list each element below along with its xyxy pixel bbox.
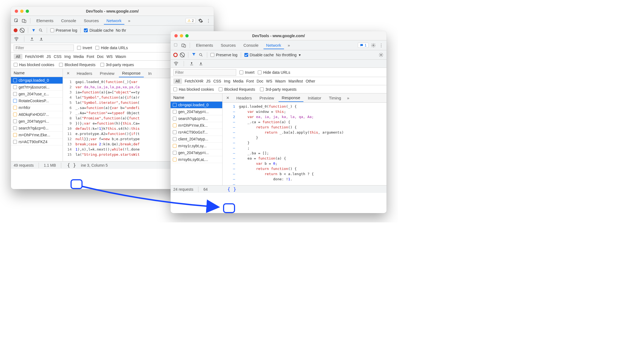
blocked-requests-checkbox[interactable]: Blocked Requests (219, 87, 255, 92)
record-button[interactable] (14, 28, 17, 32)
tab-elements[interactable]: Elements (34, 17, 56, 25)
type-js[interactable]: JS (46, 54, 51, 59)
network-conditions-icon[interactable] (173, 61, 179, 66)
upload-har-icon[interactable] (29, 36, 35, 42)
filter-input[interactable] (173, 69, 236, 76)
type-doc[interactable]: Doc (257, 79, 264, 83)
network-settings-icon[interactable] (378, 52, 384, 58)
tab-preview[interactable]: Preview (256, 94, 277, 102)
tab-response[interactable]: Response (119, 69, 144, 77)
tab-sources[interactable]: Sources (218, 41, 239, 49)
message-badge[interactable]: 1 (358, 43, 368, 48)
third-party-checkbox[interactable]: 3rd-party requests (260, 87, 297, 92)
record-button[interactable] (173, 53, 178, 57)
filter-toggle-icon[interactable]: ▼ (31, 28, 36, 33)
download-har-icon[interactable] (198, 61, 204, 66)
type-font[interactable]: Font (87, 54, 94, 59)
filter-toggle-icon[interactable] (192, 52, 196, 58)
tab-console[interactable]: Console (58, 17, 79, 25)
maximize-window-button[interactable] (26, 10, 29, 13)
type-img[interactable]: Img (64, 54, 71, 59)
tab-preview[interactable]: Preview (96, 70, 118, 77)
code-body[interactable]: gapi.loaded_0(function(_) { var window =… (237, 103, 387, 185)
inspect-icon[interactable] (14, 18, 19, 23)
search-icon[interactable] (38, 28, 43, 33)
type-media[interactable]: Media (74, 54, 84, 59)
type-font[interactable]: Font (246, 79, 254, 83)
type-doc[interactable]: Doc (97, 54, 104, 59)
throttling-select[interactable]: No throttling ▾ (276, 53, 301, 57)
disable-cache-checkbox[interactable]: Disable cache (244, 53, 274, 57)
request-row[interactable]: rs=ACT90oFKZ4 (11, 139, 63, 145)
request-row[interactable]: gen_204?atyp=i... (171, 108, 222, 115)
request-row[interactable]: gen_204?use_c... (11, 91, 63, 98)
request-row[interactable]: cb=gapi.loaded_0 (11, 77, 63, 84)
type-wasm[interactable]: Wasm (275, 79, 286, 83)
type-css[interactable]: CSS (54, 54, 62, 59)
type-fetch[interactable]: Fetch/XHR (25, 54, 44, 59)
kebab-menu-icon[interactable]: ⋮ (206, 18, 211, 23)
device-toggle-icon[interactable] (21, 18, 27, 23)
request-row[interactable]: A6DkqFxHDGl7... (11, 111, 63, 118)
type-ws[interactable]: WS (266, 79, 273, 83)
request-row[interactable]: cb=gapi.loaded_0 (171, 102, 222, 108)
tab-headers[interactable]: Headers (233, 94, 255, 102)
type-all[interactable]: All (173, 78, 182, 84)
warning-badge[interactable]: 2 (186, 18, 196, 23)
tab-sources[interactable]: Sources (81, 17, 102, 25)
pretty-print-button[interactable]: { } (66, 162, 77, 168)
type-other[interactable]: Other (306, 79, 315, 83)
upload-har-icon[interactable] (189, 61, 194, 66)
clear-button[interactable] (180, 52, 185, 57)
request-row[interactable]: m=sy6s,sy6t,aL... (171, 156, 222, 163)
more-tabs-icon[interactable]: » (127, 18, 132, 23)
pretty-print-button[interactable]: { } (226, 186, 238, 192)
tab-initiator-cut[interactable]: In (145, 70, 155, 77)
name-column-header[interactable]: Name (171, 93, 222, 102)
name-column-header[interactable]: Name (11, 69, 63, 77)
throttling-select[interactable]: No thr (116, 28, 126, 33)
request-row[interactable]: gen_204?atyp=i... (171, 149, 222, 156)
clear-button[interactable] (20, 28, 25, 33)
close-window-button[interactable] (174, 34, 178, 37)
close-panel-button[interactable]: × (224, 94, 232, 102)
minimize-window-button[interactable] (180, 34, 183, 37)
maximize-window-button[interactable] (185, 34, 189, 37)
tab-timing[interactable]: Timing (326, 94, 344, 102)
tab-network[interactable]: Network (264, 41, 284, 49)
tab-response[interactable]: Response (279, 94, 304, 102)
filter-input[interactable] (14, 45, 74, 51)
more-tabs-icon[interactable]: » (286, 43, 292, 48)
request-row[interactable]: search?q&cp=0... (171, 115, 222, 122)
minimize-window-button[interactable] (20, 10, 24, 13)
device-toggle-icon[interactable] (181, 43, 186, 48)
blocked-cookies-checkbox[interactable]: Has blocked cookies (14, 63, 54, 67)
type-media[interactable]: Media (233, 79, 244, 83)
settings-icon[interactable] (371, 43, 376, 48)
hide-data-urls-checkbox[interactable]: Hide data URLs (95, 46, 128, 50)
blocked-requests-checkbox[interactable]: Blocked Requests (59, 63, 95, 67)
tab-headers[interactable]: Headers (74, 70, 96, 77)
request-row[interactable]: rs=ACT90oGsT... (171, 129, 222, 136)
request-row[interactable]: RotateCookiesP... (11, 98, 63, 104)
type-fetch[interactable]: Fetch/XHR (185, 79, 203, 83)
request-row[interactable]: m=DhPYme,Ek... (171, 122, 222, 129)
download-har-icon[interactable] (39, 36, 44, 42)
request-row[interactable]: gen_204?atyp=i... (11, 118, 63, 125)
request-row[interactable]: m=hfcr (11, 104, 63, 111)
network-conditions-icon[interactable] (14, 36, 19, 42)
tab-elements[interactable]: Elements (193, 41, 216, 49)
request-row[interactable]: get?rt=j&sourcei... (11, 84, 63, 91)
hide-data-urls-checkbox[interactable]: Hide data URLs (258, 70, 290, 75)
type-img[interactable]: Img (224, 79, 230, 83)
type-wasm[interactable]: Wasm (115, 54, 126, 59)
more-tabs-icon[interactable]: » (346, 95, 351, 101)
type-js[interactable]: JS (206, 79, 210, 83)
invert-checkbox[interactable]: Invert (239, 70, 254, 75)
type-all[interactable]: All (14, 54, 22, 59)
type-manifest[interactable]: Manifest (288, 79, 303, 83)
request-row[interactable]: m=sy1r,sybt,sy... (171, 143, 222, 149)
invert-checkbox[interactable]: Invert (77, 46, 92, 50)
blocked-cookies-checkbox[interactable]: Has blocked cookies (173, 87, 214, 92)
type-css[interactable]: CSS (213, 79, 221, 83)
